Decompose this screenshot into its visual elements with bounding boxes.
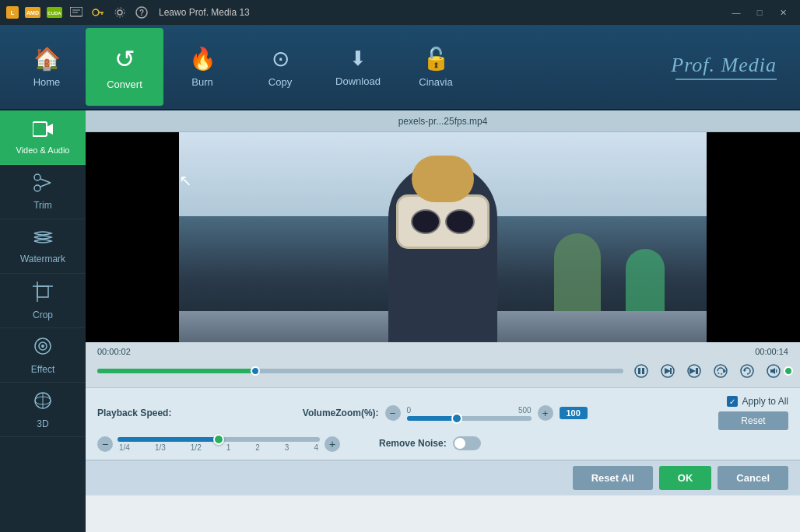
nav-convert[interactable]: ↺ Convert <box>86 28 163 106</box>
home-icon: 🏠 <box>33 46 61 72</box>
replay-button[interactable] <box>735 359 759 383</box>
sidebar-item-effect[interactable]: Effect <box>0 328 86 383</box>
titlebar-title: Leawo Prof. Media 13 <box>159 7 250 18</box>
help-icon[interactable]: ? <box>132 4 151 21</box>
nav-download[interactable]: ⬇ Download <box>319 28 397 106</box>
speed-slider-track[interactable] <box>118 437 320 442</box>
nav-items: 🏠 Home ↺ Convert 🔥 Burn ⊙ Copy ⬇ Downloa… <box>8 28 475 106</box>
svg-marker-37 <box>689 368 696 374</box>
sidebar-item-3d[interactable]: 3D <box>0 383 86 437</box>
sidebar-item-effect-label: Effect <box>31 364 54 375</box>
vol-max-label: 500 <box>518 406 532 415</box>
svg-point-11 <box>115 8 125 17</box>
end-button[interactable] <box>682 359 706 383</box>
nav-home-label: Home <box>33 76 61 88</box>
video-left-bar <box>86 132 179 342</box>
video-player[interactable]: ↖ <box>86 132 800 342</box>
minimize-button[interactable]: — <box>725 4 747 21</box>
remove-noise-toggle[interactable] <box>453 436 481 450</box>
sidebar-item-trim-label: Trim <box>33 200 52 211</box>
sidebar: Video & Audio Trim Watermark Crop Effect <box>0 110 86 532</box>
toggle-thumb <box>454 438 465 449</box>
playback-speed-label: Playback Speed: <box>97 408 171 418</box>
nav-download-label: Download <box>335 75 381 87</box>
file-header: pexels-pr...25fps.mp4 <box>86 110 800 132</box>
watermark-icon <box>33 229 53 250</box>
nav-cinavia[interactable]: 🔓 Cinavia <box>397 28 475 106</box>
bottom-row-2: − 1/4 1/3 1/2 1 2 3 4 <box>97 436 788 452</box>
volume-thumb <box>784 366 793 376</box>
apply-checkbox[interactable]: ✓ <box>727 396 738 407</box>
reset-button[interactable]: Reset <box>718 411 788 430</box>
nav-burn[interactable]: 🔥 Burn <box>163 28 241 106</box>
volume-zoom-track[interactable] <box>407 416 532 421</box>
loop-button[interactable] <box>709 359 732 383</box>
svg-rect-31 <box>642 368 644 374</box>
maximize-button[interactable]: □ <box>749 4 770 21</box>
sidebar-item-watermark[interactable]: Watermark <box>0 219 86 274</box>
svg-marker-33 <box>665 368 671 374</box>
sidebar-item-crop-label: Crop <box>33 310 53 320</box>
top-navigation: 🏠 Home ↺ Convert 🔥 Burn ⊙ Copy ⬇ Downloa… <box>0 25 800 110</box>
video-content <box>179 132 707 342</box>
svg-line-18 <box>40 179 51 183</box>
speed-plus-button[interactable]: + <box>325 436 340 452</box>
nav-burn-label: Burn <box>191 76 212 88</box>
brand-area: Prof. Media <box>671 54 792 80</box>
time-row: 00:00:02 00:00:14 <box>97 347 788 356</box>
3d-icon <box>33 390 53 415</box>
vol-min-label: 0 <box>407 406 412 415</box>
video-thumbnail: ↖ <box>86 132 800 342</box>
nav-copy[interactable]: ⊙ Copy <box>241 28 319 106</box>
nav-home[interactable]: 🏠 Home <box>8 28 86 106</box>
remove-noise-group: Remove Noise: <box>379 436 481 450</box>
video-right-bar <box>707 132 800 342</box>
remove-noise-label: Remove Noise: <box>379 438 447 449</box>
volume-zoom-plus[interactable]: + <box>538 405 553 421</box>
pause-button[interactable] <box>630 359 653 383</box>
volume-zoom-minus[interactable]: − <box>385 405 401 421</box>
volume-button[interactable] <box>762 359 785 383</box>
svg-point-16 <box>34 174 40 180</box>
sidebar-item-video-audio-label: Video & Audio <box>16 145 70 155</box>
sidebar-item-crop[interactable]: Crop <box>0 274 86 328</box>
cancel-button[interactable]: Cancel <box>718 466 788 490</box>
reset-all-button[interactable]: Reset All <box>573 466 653 490</box>
next-button[interactable] <box>656 359 679 383</box>
brand-underline <box>675 79 777 80</box>
close-button[interactable]: ✕ <box>772 4 794 21</box>
key-icon[interactable] <box>89 4 107 21</box>
bottom-panel: Playback Speed: VolumeZoom(%): − 0 500 <box>86 387 800 460</box>
titlebar-left: L AMD CUDA <box>6 4 250 21</box>
sidebar-item-watermark-label: Watermark <box>20 254 65 264</box>
volume-zoom-value: 100 <box>560 407 588 419</box>
svg-rect-4 <box>70 7 82 16</box>
svg-rect-30 <box>638 368 640 374</box>
video-audio-icon <box>33 121 53 142</box>
progress-track[interactable] <box>97 369 623 373</box>
speed-slider-row: − 1/4 1/3 1/2 1 2 3 4 <box>97 436 340 452</box>
speed-slider-container: 1/4 1/3 1/2 1 2 3 4 <box>118 437 320 452</box>
apply-checkbox-row: ✓ Apply to All <box>727 396 788 407</box>
sidebar-item-trim[interactable]: Trim <box>0 165 86 219</box>
controls-bar: 00:00:02 00:00:14 <box>86 342 800 387</box>
svg-rect-14 <box>33 122 47 136</box>
time-total: 00:00:14 <box>755 347 788 356</box>
svg-text:?: ? <box>139 9 144 17</box>
titlebar: L AMD CUDA <box>0 0 800 25</box>
brand-text: Prof. Media <box>671 54 777 77</box>
ok-button[interactable]: OK <box>659 466 712 490</box>
burn-icon: 🔥 <box>189 46 216 72</box>
sidebar-item-video-audio[interactable]: Video & Audio <box>0 110 86 165</box>
message-icon[interactable] <box>67 4 86 21</box>
settings-icon[interactable] <box>111 4 129 21</box>
volume-zoom-label: VolumeZoom(%): <box>303 408 379 418</box>
footer: Reset All OK Cancel <box>86 460 800 495</box>
svg-marker-43 <box>770 368 775 374</box>
svg-rect-20 <box>37 286 48 297</box>
svg-text:CUDA: CUDA <box>47 11 61 16</box>
titlebar-icons: AMD CUDA ? <box>23 4 151 21</box>
speed-slider-fill <box>118 437 219 442</box>
speed-minus-button[interactable]: − <box>97 436 113 452</box>
progress-row <box>97 359 788 383</box>
